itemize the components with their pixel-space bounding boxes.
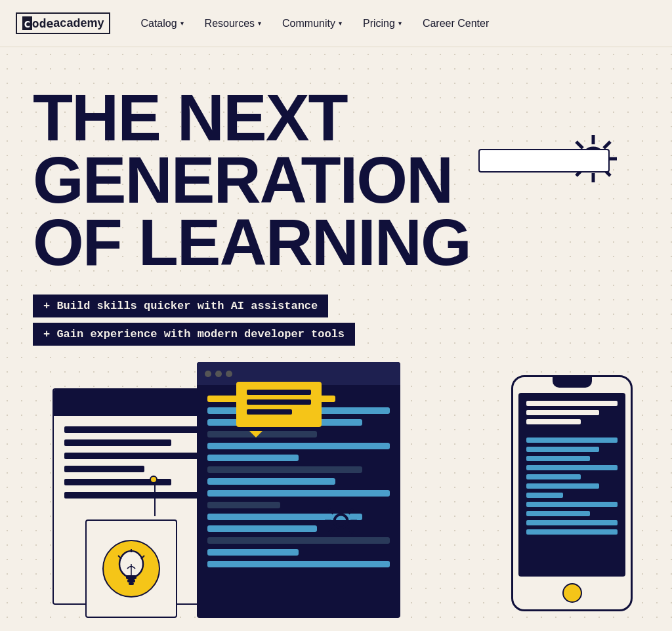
code-line bbox=[207, 478, 335, 485]
phone-line bbox=[526, 493, 563, 498]
phone-line bbox=[526, 438, 618, 443]
svg-rect-21 bbox=[127, 579, 135, 582]
code-line bbox=[207, 455, 299, 461]
phone-line bbox=[526, 465, 618, 470]
hero-section: THE NEXT GENERATION OF LEARNING + Build … bbox=[0, 47, 672, 631]
search-bar-decoration bbox=[478, 149, 610, 173]
doc-line bbox=[64, 466, 144, 472]
code-line bbox=[207, 443, 390, 449]
logo[interactable]: code academy bbox=[16, 12, 110, 34]
phone-line bbox=[526, 520, 618, 525]
code-line bbox=[207, 466, 362, 473]
hero-bullets: + Build skills quicker with AI assistanc… bbox=[33, 295, 639, 346]
bullet-item-tools: + Gain experience with modern developer … bbox=[33, 323, 355, 346]
nav-links: Catalog ▾ Resources ▾ Community ▾ Pricin… bbox=[131, 12, 498, 35]
chevron-down-icon: ▾ bbox=[258, 20, 261, 27]
phone-line bbox=[526, 474, 581, 479]
code-line bbox=[207, 502, 280, 508]
svg-line-16 bbox=[348, 509, 353, 514]
chevron-down-icon: ▾ bbox=[180, 20, 184, 27]
gear-small-icon bbox=[323, 503, 359, 539]
chat-bubble-line bbox=[247, 409, 292, 415]
connector-dot bbox=[150, 476, 158, 483]
phone-line bbox=[526, 456, 590, 461]
logo-academy: academy bbox=[53, 16, 104, 30]
connector-line bbox=[154, 483, 156, 516]
code-line bbox=[207, 537, 390, 544]
devices-illustration bbox=[52, 349, 672, 631]
svg-line-14 bbox=[329, 509, 333, 514]
nav-item-pricing[interactable]: Pricing ▾ bbox=[354, 12, 411, 35]
phone-line bbox=[526, 483, 599, 489]
code-line bbox=[207, 561, 390, 567]
doc-body bbox=[54, 416, 209, 516]
logo-text: code bbox=[22, 16, 53, 30]
svg-line-17 bbox=[329, 529, 333, 533]
editor-dot bbox=[205, 371, 211, 377]
svg-line-15 bbox=[348, 529, 353, 533]
nav-item-catalog[interactable]: Catalog ▾ bbox=[131, 12, 192, 35]
doc-header bbox=[54, 390, 209, 416]
navbar: code academy Catalog ▾ Resources ▾ Commu… bbox=[0, 0, 672, 47]
phone-line bbox=[526, 529, 618, 535]
editor-dot bbox=[226, 371, 232, 377]
mobile-phone bbox=[511, 375, 633, 611]
phone-line bbox=[526, 401, 618, 406]
chat-bubble-line bbox=[247, 390, 311, 395]
code-line bbox=[207, 549, 299, 556]
chevron-down-icon: ▾ bbox=[398, 20, 402, 27]
code-line bbox=[207, 525, 317, 532]
chevron-down-icon: ▾ bbox=[339, 20, 342, 27]
hero-content: THE NEXT GENERATION OF LEARNING + Build … bbox=[0, 47, 672, 346]
phone-line bbox=[526, 419, 581, 424]
svg-rect-22 bbox=[129, 582, 134, 585]
bullet-item-ai: + Build skills quicker with AI assistanc… bbox=[33, 295, 328, 317]
phone-notch bbox=[553, 377, 592, 388]
lightbulb-icon bbox=[102, 539, 161, 598]
code-line bbox=[207, 490, 390, 497]
nav-item-career[interactable]: Career Center bbox=[413, 12, 498, 35]
doc-line bbox=[64, 492, 198, 499]
doc-line bbox=[64, 453, 198, 459]
nav-item-community[interactable]: Community ▾ bbox=[273, 12, 351, 35]
phone-line bbox=[526, 410, 599, 415]
doc-line bbox=[64, 426, 198, 433]
svg-line-5 bbox=[576, 142, 583, 148]
phone-screen bbox=[518, 393, 625, 577]
chat-bubble bbox=[236, 382, 322, 427]
svg-point-9 bbox=[334, 515, 347, 528]
doc-line bbox=[64, 439, 171, 446]
phone-line bbox=[526, 502, 618, 507]
svg-line-7 bbox=[604, 142, 610, 148]
phone-line bbox=[526, 511, 590, 516]
lightbulb-card bbox=[85, 519, 177, 618]
phone-home-button bbox=[562, 583, 582, 603]
svg-rect-20 bbox=[126, 575, 136, 579]
chat-bubble-line bbox=[247, 399, 311, 405]
nav-item-resources[interactable]: Resources ▾ bbox=[196, 12, 270, 35]
hero-title: THE NEXT GENERATION OF LEARNING bbox=[33, 87, 639, 274]
editor-dot bbox=[215, 371, 222, 377]
phone-line bbox=[526, 447, 599, 452]
